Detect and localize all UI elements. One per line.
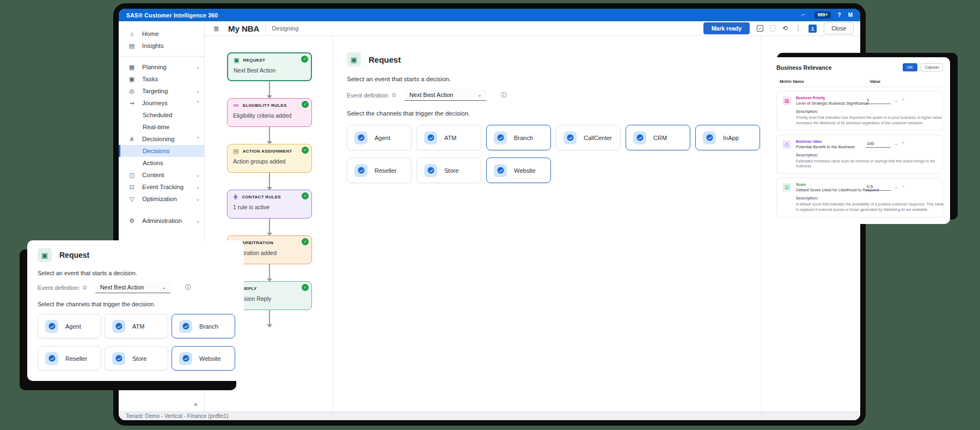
- close-button[interactable]: Close: [824, 22, 854, 34]
- delete-icon[interactable]: [770, 27, 775, 32]
- workflow-node-card[interactable]: ▣ REQUEST Next Best Action ✓: [227, 52, 312, 81]
- mark-ready-button[interactable]: Mark ready: [703, 22, 750, 34]
- channel-icon: [424, 131, 437, 144]
- channel-label: CRM: [653, 135, 667, 141]
- spinner-down-icon[interactable]: ⌄: [895, 142, 898, 146]
- channel-card[interactable]: Store: [416, 158, 481, 183]
- sidebar-item[interactable]: ⚙ Administration ⌄: [119, 215, 204, 227]
- sidebar-item[interactable]: [119, 56, 204, 57]
- sidebar-item-icon: ⌂: [128, 31, 136, 37]
- spinner-up-icon[interactable]: ⌃: [902, 142, 905, 146]
- channels-prompt: Select the channels that trigger the dec…: [38, 301, 234, 307]
- chevron-icon: ⌄: [195, 196, 200, 202]
- channel-card[interactable]: Agent: [347, 125, 412, 150]
- workflow-node: ▤ ACTION ASSIGNMENT Action groups added …: [227, 144, 312, 190]
- kebab-menu-icon[interactable]: ⋮: [795, 25, 801, 32]
- channel-card[interactable]: Website: [171, 346, 235, 371]
- channel-card[interactable]: Website: [486, 158, 551, 183]
- channel-label: Branch: [514, 135, 533, 141]
- request-popup: ▣ Request Select an event that starts a …: [27, 240, 244, 381]
- sidebar-item[interactable]: ▣ Tasks: [119, 73, 204, 85]
- readonly-lock-icon: ⊙: [391, 92, 396, 98]
- sidebar-item[interactable]: ▽ Optimization ⌄: [119, 193, 204, 205]
- sidebar-item[interactable]: Real-time: [119, 121, 204, 133]
- top-bar: SAS® Customer Intelligence 360 999+ ? M: [119, 9, 860, 21]
- node-icon: ≔: [233, 102, 239, 108]
- channel-card[interactable]: CallCenter: [556, 125, 621, 150]
- cancel-button[interactable]: Cancel: [921, 63, 943, 71]
- spinner-up-icon[interactable]: ⌃: [902, 99, 905, 103]
- channel-card[interactable]: Agent: [38, 314, 101, 338]
- metric-name: Business Value: [796, 140, 855, 143]
- sidebar-item-label: Tasks: [142, 76, 158, 82]
- workflow-toolbar: ≣ My NBA Designing Mark ready ✓ ⟲ ⋮ 1 Cl…: [205, 21, 860, 36]
- info-icon[interactable]: ⓘ: [185, 283, 191, 292]
- spinner-down-icon[interactable]: ⌄: [895, 99, 898, 103]
- workflow-node-card[interactable]: ⋕ CONTACT RULES 1 rule is active ✓: [227, 190, 312, 219]
- node-complete-check-icon: ✓: [302, 238, 309, 245]
- sidebar-collapse-button[interactable]: «: [194, 401, 198, 408]
- sidebar-item[interactable]: ⋔ Decisioning ⌃: [119, 133, 204, 145]
- sidebar-item[interactable]: ▦ Planning ⌄: [119, 61, 204, 73]
- sidebar-item[interactable]: ⊡ Event Tracking ⌄: [119, 181, 204, 193]
- chevron-icon: ⌄: [195, 88, 200, 94]
- sidebar-item[interactable]: Actions: [119, 157, 204, 169]
- sidebar-item-icon: ▦: [128, 64, 136, 71]
- node-subtitle: Eligibility criteria added: [233, 112, 306, 119]
- notifications-badge[interactable]: 999+: [814, 11, 830, 19]
- channel-label: Agent: [65, 323, 81, 330]
- chevron-icon: ⌄: [195, 184, 200, 190]
- channel-icon: [633, 131, 646, 144]
- channel-card[interactable]: Reseller: [38, 346, 101, 371]
- spinner-up-icon[interactable]: ⌃: [902, 185, 905, 190]
- channel-card[interactable]: ATM: [105, 314, 168, 338]
- flow-arrow: [269, 173, 270, 190]
- workflow-node-card[interactable]: ▤ ACTION ASSIGNMENT Action groups added …: [227, 144, 312, 173]
- channel-card[interactable]: Branch: [486, 125, 551, 150]
- channel-icon: [354, 164, 367, 177]
- channel-label: Store: [132, 355, 146, 362]
- metric-value-input[interactable]: 100: [866, 141, 891, 148]
- refresh-icon[interactable]: ⟲: [782, 25, 788, 32]
- channel-card[interactable]: InApp: [695, 125, 760, 150]
- metric-value-input[interactable]: 0.5: [866, 184, 891, 191]
- event-definition-select[interactable]: Next Best Action ⌄: [405, 89, 486, 101]
- sidebar-item[interactable]: ⌂ Home: [119, 28, 204, 40]
- channel-label: CallCenter: [584, 135, 612, 141]
- status-bar: Tenant: Demo - Vertical - Finance (prdfi…: [119, 411, 860, 420]
- help-button[interactable]: ?: [838, 12, 841, 18]
- channel-icon: [354, 131, 367, 144]
- channel-card[interactable]: CRM: [626, 125, 690, 150]
- version-badge[interactable]: 1: [808, 25, 817, 33]
- sidebar-item-icon: ⊡: [128, 184, 136, 191]
- node-icon: ▣: [234, 57, 239, 63]
- sidebar-item[interactable]: ▤ Insights: [119, 40, 204, 52]
- node-icon: ▤: [233, 148, 238, 154]
- node-icon: ⋕: [233, 194, 238, 200]
- workflow-node: ▣ REQUEST Next Best Action ✓: [227, 52, 312, 98]
- metric-icon: ▤: [782, 96, 791, 105]
- sidebar-item[interactable]: ◫ Content ⌄: [119, 169, 204, 181]
- event-definition-select[interactable]: Next Best Action ⌄: [95, 282, 170, 293]
- workflow-name: My NBA: [228, 24, 260, 33]
- info-icon[interactable]: ⓘ: [501, 91, 507, 99]
- validate-icon[interactable]: ✓: [757, 25, 763, 32]
- channel-card[interactable]: Store: [105, 346, 168, 371]
- ok-button[interactable]: OK: [903, 63, 918, 71]
- channel-card[interactable]: Branch: [171, 314, 235, 338]
- description-label: Description:: [796, 153, 937, 157]
- sidebar-item[interactable]: Decisions: [119, 145, 204, 157]
- sidebar-item[interactable]: Scheduled: [119, 109, 204, 121]
- sidebar-item-label: Planning: [142, 64, 167, 70]
- workflow-node-card[interactable]: ≔ ELIGIBILITY RULES Eligibility criteria…: [227, 98, 312, 127]
- spinner-down-icon[interactable]: ⌄: [895, 185, 898, 190]
- globe-icon[interactable]: [800, 11, 807, 19]
- sidebar-item[interactable]: ⇝ Journeys ⌃: [119, 97, 204, 109]
- metric-value-input[interactable]: 1: [866, 97, 891, 104]
- sidebar-item[interactable]: ◎ Targeting ⌄: [119, 85, 204, 97]
- outline-list-icon[interactable]: ≣: [213, 25, 219, 33]
- avatar[interactable]: M: [848, 12, 853, 18]
- node-complete-check-icon: ✓: [302, 101, 309, 108]
- channel-card[interactable]: Reseller: [347, 158, 412, 183]
- channel-card[interactable]: ATM: [416, 125, 481, 150]
